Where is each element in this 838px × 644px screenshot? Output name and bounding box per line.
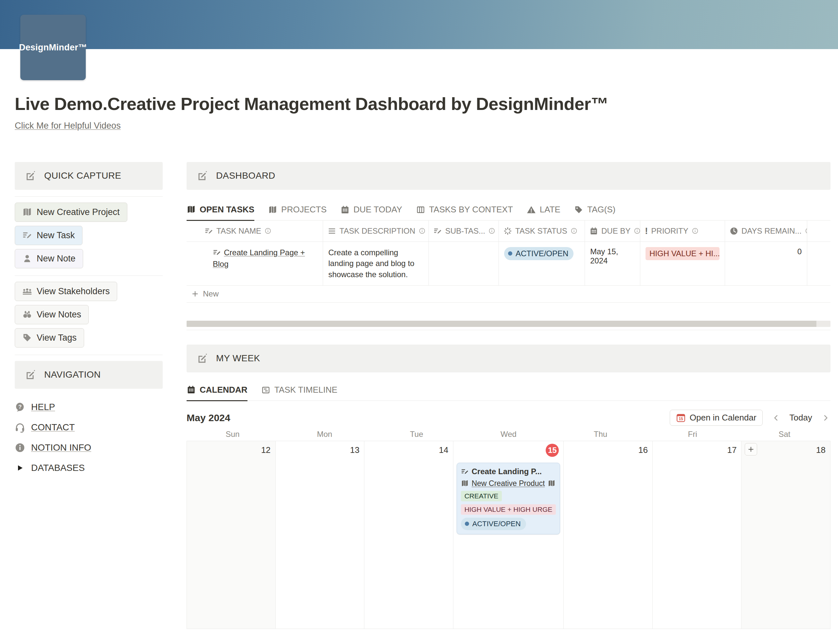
nav-link-label[interactable]: HELP xyxy=(31,402,55,412)
task-name-link[interactable]: Create Landing Page + Blog xyxy=(213,248,305,268)
cell-spacer xyxy=(807,242,830,285)
tab-late[interactable]: LATE xyxy=(527,205,560,220)
tab-open-tasks[interactable]: OPEN TASKS xyxy=(187,205,254,221)
info-icon xyxy=(15,442,25,453)
tab-task-timeline[interactable]: TASK TIMELINE xyxy=(261,385,337,401)
calendar-day-sat[interactable]: 18 xyxy=(741,441,830,629)
column-label: DAYS REMAIN... xyxy=(741,227,802,236)
tab-tasks-by-context[interactable]: TASKS BY CONTEXT xyxy=(416,205,513,220)
cell-due-by[interactable]: May 15, 2024 xyxy=(585,242,640,285)
calendar-icon xyxy=(187,385,196,394)
column-sub-tasks[interactable]: SUB-TAS... xyxy=(429,220,499,242)
new-creative-project-button[interactable]: New Creative Project xyxy=(15,202,127,222)
logo-text: DesignMinder™ xyxy=(19,43,87,53)
tab-projects[interactable]: PROJECTS xyxy=(268,205,327,220)
view-notes-button[interactable]: View Notes xyxy=(15,305,89,324)
column-task-status[interactable]: TASK STATUS xyxy=(499,220,585,242)
cell-sub-tasks[interactable] xyxy=(429,242,499,285)
previous-week-button[interactable] xyxy=(771,413,781,423)
button-label: New Task xyxy=(37,230,75,240)
column-due-by[interactable]: DUE BY xyxy=(585,220,640,242)
calendar-day-thu[interactable]: 16 xyxy=(564,441,653,629)
page-body: QUICK CAPTURE New Creative Project New T… xyxy=(15,162,830,644)
button-label: View Notes xyxy=(37,310,81,320)
next-week-button[interactable] xyxy=(821,413,830,423)
event-priority-tag: HIGH VALUE + HIGH URGE xyxy=(461,504,556,515)
people-icon xyxy=(22,286,32,296)
page-title: Live Demo.Creative Project Management Da… xyxy=(15,93,830,115)
nav-link-help[interactable]: HELP xyxy=(15,402,163,412)
date-number: 13 xyxy=(350,445,360,455)
compose-icon xyxy=(196,170,207,181)
tab-calendar[interactable]: CALENDAR xyxy=(187,385,248,401)
my-week-tabs: CALENDAR TASK TIMELINE xyxy=(187,385,830,401)
column-spacer xyxy=(807,220,830,242)
nav-link-notion-info[interactable]: NOTION INFO xyxy=(15,442,163,453)
calendar-weekday-row: Sun Mon Tue Wed Thu Fri Sat xyxy=(187,430,830,439)
task-icon xyxy=(22,230,32,240)
cell-priority[interactable]: HIGH VALUE + HI... xyxy=(640,242,725,285)
info-circle-icon xyxy=(692,227,698,234)
nav-link-label[interactable]: NOTION INFO xyxy=(31,442,91,453)
cell-task-status[interactable]: ACTIVE/OPEN xyxy=(499,242,585,285)
today-button[interactable]: Today xyxy=(790,412,812,423)
calendar-toolbar: May 2024 15 Open in Calendar xyxy=(187,410,830,426)
exclamation-icon: ! xyxy=(645,226,648,236)
calendar-day-sun[interactable]: 12 xyxy=(187,441,276,629)
cell-task-name[interactable]: Create Landing Page + Blog xyxy=(187,242,323,285)
calendar-day-fri[interactable]: 17 xyxy=(653,441,742,629)
compose-icon xyxy=(25,369,36,380)
event-title-row: Create Landing P... xyxy=(461,467,556,476)
divider xyxy=(15,276,163,276)
open-in-calendar-button[interactable]: 15 Open in Calendar xyxy=(670,410,763,426)
info-circle-icon xyxy=(570,227,577,234)
calendar-day-wed[interactable]: 15 Create Landing P... New Creative Prod… xyxy=(454,441,564,629)
tab-due-today[interactable]: DUE TODAY xyxy=(340,205,402,220)
calendar-day-mon[interactable]: 13 xyxy=(276,441,365,629)
today-date-badge: 15 xyxy=(546,444,559,457)
event-project-row: New Creative Product xyxy=(461,479,556,488)
calendar-15-icon: 15 xyxy=(676,413,686,423)
horizontal-scrollbar[interactable] xyxy=(187,321,830,327)
weekday-label: Thu xyxy=(555,430,646,439)
navigation-header: NAVIGATION xyxy=(15,361,163,389)
nav-link-label[interactable]: CONTACT xyxy=(31,422,75,433)
date-number: 17 xyxy=(727,445,737,455)
tab-label: OPEN TASKS xyxy=(200,205,254,215)
view-stakeholders-button[interactable]: View Stakeholders xyxy=(15,282,117,301)
task-icon xyxy=(434,227,442,235)
cell-task-description[interactable]: Create a compelling landing page and blo… xyxy=(323,242,429,285)
calendar-day-tue[interactable]: 14 xyxy=(364,441,454,629)
button-label: View Stakeholders xyxy=(37,286,110,296)
event-project-link[interactable]: New Creative Product xyxy=(472,479,545,488)
scrollbar-thumb[interactable] xyxy=(187,321,817,327)
view-tags-button[interactable]: View Tags xyxy=(15,328,84,348)
column-priority[interactable]: ! PRIORITY xyxy=(640,220,725,242)
calendar-actions: 15 Open in Calendar Today xyxy=(670,410,830,426)
main-area: DASHBOARD OPEN TASKS PROJECTS DUE TODAY xyxy=(187,162,830,644)
timeline-icon xyxy=(261,386,270,395)
book-icon xyxy=(461,480,469,487)
column-label: TASK NAME xyxy=(216,227,261,236)
calendar-event-card[interactable]: Create Landing P... New Creative Product… xyxy=(457,463,560,534)
column-task-name[interactable]: TASK NAME xyxy=(187,220,323,242)
new-task-button[interactable]: New Task xyxy=(15,226,82,245)
dashboard-title: DASHBOARD xyxy=(216,171,275,181)
button-label: New Creative Project xyxy=(37,207,120,217)
tab-tags[interactable]: TAG(S) xyxy=(574,205,615,220)
headset-icon xyxy=(15,422,25,433)
column-task-description[interactable]: TASK DESCRIPTION xyxy=(323,220,429,242)
new-row-button[interactable]: New xyxy=(187,286,830,303)
nav-link-contact[interactable]: CONTACT xyxy=(15,422,163,433)
chevron-left-icon xyxy=(772,414,780,422)
plus-icon xyxy=(191,290,199,298)
nav-toggle-databases[interactable]: DATABASES xyxy=(15,463,163,473)
new-note-button[interactable]: New Note xyxy=(15,249,83,268)
add-event-button[interactable] xyxy=(745,443,757,455)
my-week-title: MY WEEK xyxy=(216,353,260,363)
column-days-remaining[interactable]: DAYS REMAIN... xyxy=(725,220,807,242)
task-icon xyxy=(213,248,221,256)
cell-days-remaining[interactable]: 0 xyxy=(725,242,807,285)
cover-banner xyxy=(0,0,838,49)
helpful-videos-link[interactable]: Click Me for Helpful Videos xyxy=(15,121,121,131)
